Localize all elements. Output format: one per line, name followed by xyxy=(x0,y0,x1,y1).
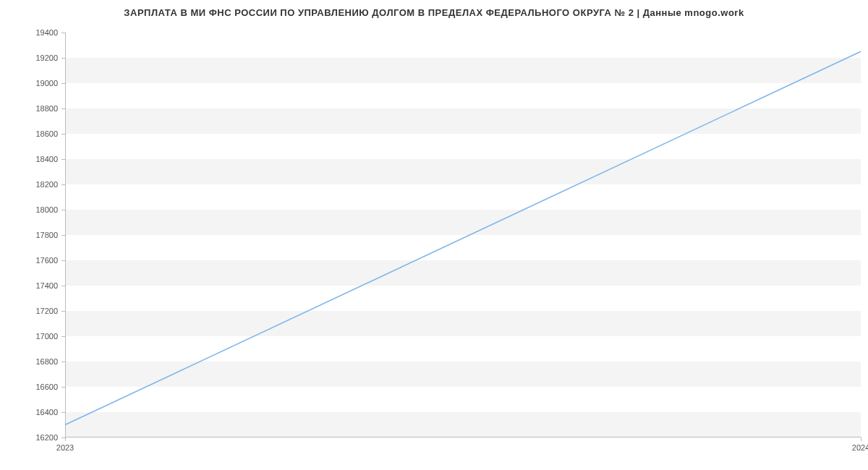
y-tick-label: 18800 xyxy=(14,104,58,113)
y-tick-label: 16200 xyxy=(14,433,58,442)
y-tick-label: 18400 xyxy=(14,155,58,163)
series-line xyxy=(65,51,861,424)
y-tick-label: 18000 xyxy=(14,205,58,214)
y-tick-mark xyxy=(61,311,65,312)
y-tick-mark xyxy=(61,412,65,413)
y-tick-mark xyxy=(61,286,65,286)
y-tick-mark xyxy=(61,336,65,337)
y-tick-label: 19400 xyxy=(14,28,58,37)
x-tick-mark xyxy=(65,437,66,441)
y-tick-mark xyxy=(61,33,65,33)
y-tick-label: 17600 xyxy=(14,256,58,265)
y-tick-mark xyxy=(61,210,65,210)
y-tick-mark xyxy=(61,108,65,109)
y-tick-label: 16400 xyxy=(14,408,58,416)
y-tick-mark xyxy=(61,235,65,236)
y-tick-label: 17200 xyxy=(14,307,58,315)
y-tick-label: 18200 xyxy=(14,180,58,189)
y-tick-mark xyxy=(61,184,65,185)
x-tick-mark xyxy=(861,437,861,441)
chart-title: ЗАРПЛАТА В МИ ФНС РОССИИ ПО УПРАВЛЕНИЮ Д… xyxy=(0,7,868,18)
y-tick-label: 17000 xyxy=(14,332,58,341)
y-tick-mark xyxy=(61,159,65,160)
y-tick-mark xyxy=(61,58,65,59)
plot-area: 1620016400166001680017000172001740017600… xyxy=(65,33,861,437)
y-tick-label: 19000 xyxy=(14,79,58,87)
y-tick-label: 17400 xyxy=(14,281,58,290)
chart-container: ЗАРПЛАТА В МИ ФНС РОССИИ ПО УПРАВЛЕНИЮ Д… xyxy=(0,0,868,470)
y-tick-mark xyxy=(61,134,65,134)
y-tick-label: 17800 xyxy=(14,231,58,239)
y-tick-mark xyxy=(61,387,65,388)
y-tick-label: 19200 xyxy=(14,54,58,62)
y-tick-label: 18600 xyxy=(14,129,58,138)
x-tick-label: 2024 xyxy=(852,443,868,452)
y-tick-mark xyxy=(61,260,65,261)
y-tick-mark xyxy=(61,362,65,362)
x-tick-label: 2023 xyxy=(56,443,74,452)
y-tick-mark xyxy=(61,83,65,84)
plot-inner: 1620016400166001680017000172001740017600… xyxy=(65,33,861,437)
line-layer xyxy=(65,33,861,437)
y-tick-label: 16600 xyxy=(14,383,58,391)
y-tick-label: 16800 xyxy=(14,357,58,366)
